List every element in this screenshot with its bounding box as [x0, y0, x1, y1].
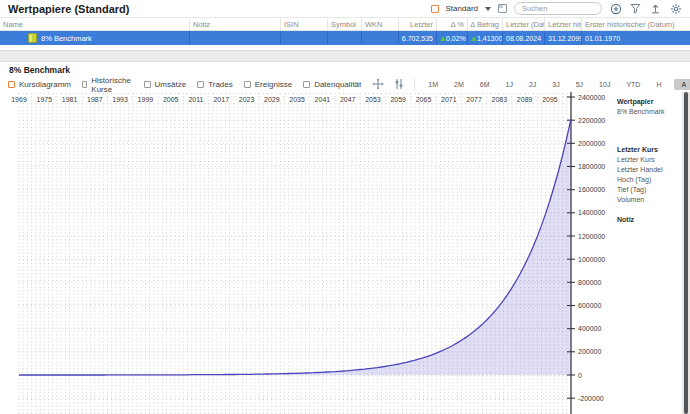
letzter-kurs-header: Letzter Kurs [617, 145, 683, 155]
cell-delta-pct: 0,02% [437, 31, 468, 45]
svg-text:2041: 2041 [315, 96, 331, 103]
cell-delta-betrag: 1,4130000 [468, 31, 503, 45]
price-chart-svg[interactable]: 2400000220000020000001800000160000014000… [0, 92, 615, 414]
svg-text:0: 0 [578, 372, 582, 379]
svg-text:2035: 2035 [289, 96, 305, 103]
cell-letzter: 6.702,535 [399, 31, 437, 45]
range-2m[interactable]: 2M [451, 79, 467, 90]
view-selector[interactable]: Standard [446, 4, 478, 13]
column-header-letzter[interactable]: Letzter [399, 18, 437, 30]
quote-row-volumen: Volumen [617, 195, 683, 205]
svg-text:1400000: 1400000 [578, 209, 605, 216]
divider [414, 79, 415, 90]
column-header-notiz[interactable]: Notiz [190, 18, 281, 30]
quote-row-letzter-kurs: Letzter Kurs [617, 155, 683, 165]
svg-text:2053: 2053 [365, 96, 381, 103]
range-1j[interactable]: 1J [502, 79, 515, 90]
panel-splitter[interactable] [0, 50, 690, 62]
svg-text:-200000: -200000 [578, 395, 604, 402]
search-input[interactable] [514, 2, 602, 15]
svg-text:1999: 1999 [138, 96, 154, 103]
settings-icon[interactable] [669, 2, 682, 15]
column-header-letzter-datum[interactable]: Letzter (Datu [503, 18, 545, 30]
svg-text:2011: 2011 [188, 96, 203, 103]
layout-icon[interactable] [498, 4, 507, 13]
column-header-delta-pct[interactable]: Δ % [437, 18, 468, 30]
range-h[interactable]: H [653, 79, 664, 90]
table-header: Name Notiz ISIN Symbol WKN Letzter Δ % Δ… [0, 18, 690, 31]
tab-square-icon [303, 81, 310, 88]
svg-text:2017: 2017 [213, 96, 229, 103]
crosshair-icon[interactable] [372, 76, 384, 94]
svg-text:1600000: 1600000 [578, 186, 605, 193]
quote-row-tief-tag: Tief (Tag) [617, 185, 683, 195]
svg-text:1987: 1987 [87, 96, 103, 103]
column-header-letzter-historisch[interactable]: Letzter histo [545, 18, 582, 30]
chevron-down-icon[interactable] [485, 7, 491, 11]
tab-label: Ereignisse [255, 80, 292, 89]
delta-betrag-value: 1,4130000 [477, 35, 503, 42]
column-header-delta-betrag[interactable]: Δ Betrag [468, 18, 503, 30]
svg-text:200000: 200000 [578, 348, 601, 355]
tab-kursdiagramm[interactable]: Kursdiagramm [8, 80, 71, 89]
tab-square-icon [244, 81, 251, 88]
tab-trades[interactable]: Trades [197, 80, 233, 89]
quote-row-hoch-tag: Hoch (Tag) [617, 175, 683, 185]
axis-scale-icon[interactable] [394, 76, 404, 94]
svg-text:2029: 2029 [264, 96, 280, 103]
range-3j[interactable]: 3J [549, 79, 562, 90]
notiz-label: Notiz [617, 215, 683, 225]
svg-text:2023: 2023 [239, 96, 255, 103]
svg-text:600000: 600000 [578, 302, 601, 309]
column-header-isin[interactable]: ISIN [281, 18, 328, 30]
security-name-cell: 8% Benchmark [0, 31, 190, 45]
column-header-symbol[interactable]: Symbol [328, 18, 362, 30]
toolbar-right: Standard [431, 2, 682, 15]
column-header-wkn[interactable]: WKN [362, 18, 399, 30]
range-5j[interactable]: 5J [573, 79, 586, 90]
tab-datenqualitaet[interactable]: Datenqualität [303, 80, 361, 89]
column-header-name[interactable]: Name [0, 18, 190, 30]
range-10j[interactable]: 10J [596, 79, 613, 90]
scrollbar-thumb[interactable] [684, 92, 688, 414]
table-row-benchmark[interactable]: 8% Benchmark 6.702,535 0,02% 1,4130000 0… [0, 31, 690, 45]
quote-sidebar: Wertpapier 8% Benchmark Letzter Kurs Let… [617, 97, 683, 225]
range-2j[interactable]: 2J [526, 79, 539, 90]
view-color-icon [431, 5, 439, 13]
tab-ereignisse[interactable]: Ereignisse [244, 80, 292, 89]
svg-text:800000: 800000 [578, 279, 601, 286]
security-detail-panel: 8% Benchmark Kursdiagramm Historische Ku… [0, 62, 690, 414]
range-6m[interactable]: 6M [477, 79, 493, 90]
svg-text:2083: 2083 [492, 96, 508, 103]
svg-text:2065: 2065 [416, 96, 432, 103]
cell-notiz [190, 31, 281, 45]
svg-text:2077: 2077 [466, 96, 482, 103]
tab-label: Datenqualität [314, 80, 361, 89]
tab-square-icon [197, 81, 204, 88]
plus-circle-icon[interactable] [609, 2, 622, 15]
tab-historische-kurse[interactable]: Historische Kurse [82, 76, 133, 94]
svg-text:400000: 400000 [578, 325, 601, 332]
cell-letzter-datum: 08.08.2024 [503, 31, 545, 45]
svg-text:1200000: 1200000 [578, 233, 605, 240]
svg-text:2059: 2059 [390, 96, 406, 103]
vertical-scrollbar[interactable] [682, 92, 690, 414]
cell-letzter-historisch: 31.12.2099 [545, 31, 582, 45]
svg-text:2000000: 2000000 [578, 140, 605, 147]
range-1m[interactable]: 1M [425, 79, 441, 90]
column-header-erster-historisch[interactable]: Erster historischer (Datum) [582, 18, 690, 30]
wertpapier-label: Wertpapier [617, 97, 683, 107]
export-icon[interactable] [649, 2, 662, 15]
cell-erster-historisch: 01.01.1970 [582, 31, 690, 45]
range-a[interactable]: A [674, 79, 690, 90]
tab-label: Umsätze [155, 80, 187, 89]
panel-title: 8% Benchmark [9, 65, 70, 75]
filter-icon[interactable] [629, 2, 642, 15]
svg-text:2047: 2047 [340, 96, 356, 103]
top-toolbar: Wertpapiere (Standard) Standard [0, 0, 690, 18]
range-ytd[interactable]: YTD [623, 79, 643, 90]
svg-text:1993: 1993 [112, 96, 128, 103]
svg-text:1800000: 1800000 [578, 163, 605, 170]
svg-text:1969: 1969 [11, 96, 27, 103]
tab-umsaetze[interactable]: Umsätze [144, 80, 187, 89]
